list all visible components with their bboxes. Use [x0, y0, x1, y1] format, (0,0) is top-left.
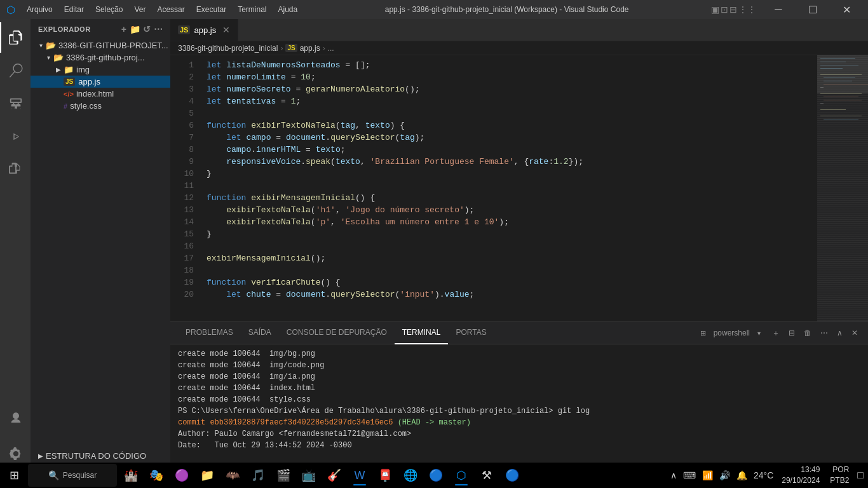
- menu-selecao[interactable]: Seleção: [90, 4, 128, 15]
- menu-ver[interactable]: Ver: [129, 4, 151, 15]
- img-label: img: [76, 65, 90, 74]
- tab-appjs[interactable]: JS app.js ✕: [170, 19, 238, 41]
- taskbar-app-word[interactable]: W: [348, 464, 371, 487]
- sidebar-title-label: EXPLORADOR: [38, 25, 91, 33]
- code-content[interactable]: let listaDeNumerosSorteados = []; let nu…: [199, 55, 817, 322]
- menu-ajuda[interactable]: Ajuda: [273, 4, 303, 15]
- svg-rect-4: [820, 74, 862, 75]
- tree-item-appjs[interactable]: JS app.js: [31, 76, 170, 88]
- taskbar-hammer[interactable]: ⚒: [475, 464, 498, 487]
- split-terminal-icon[interactable]: ⊟: [786, 327, 797, 339]
- taskbar-app-castle[interactable]: 🏰: [119, 464, 142, 487]
- tab-output[interactable]: SAÍDA: [241, 322, 279, 344]
- taskbar-vscode[interactable]: ⬡: [450, 464, 473, 487]
- tree-item-stylecss[interactable]: # style.css: [31, 100, 170, 112]
- breadcrumb-folder[interactable]: 3386-git-github-projeto_inicial: [178, 44, 278, 53]
- new-folder-icon[interactable]: 📁: [130, 24, 141, 34]
- language-display[interactable]: POR PTB2: [826, 463, 853, 487]
- taskbar-app-video[interactable]: 🎬: [272, 464, 295, 487]
- activity-run[interactable]: [0, 121, 31, 152]
- taskbar-app-edge[interactable]: 🌐: [399, 464, 422, 487]
- titlebar: ⬡ Arquivo Editar Seleção Ver Acessar Exe…: [0, 0, 868, 19]
- taskbar-app-music[interactable]: 🎵: [247, 464, 269, 487]
- taskbar-app-guitar[interactable]: 🎸: [323, 464, 346, 487]
- taskbar-app-tv[interactable]: 📺: [297, 464, 320, 487]
- taskbar-app-outlook[interactable]: 📮: [374, 464, 397, 487]
- terminal-more-icon[interactable]: ⋯: [818, 327, 831, 339]
- terminal-close-icon[interactable]: ✕: [849, 327, 860, 339]
- taskbar-app-fb[interactable]: 🔵: [424, 464, 447, 487]
- search-button[interactable]: 🔍 Pesquisar: [28, 464, 117, 487]
- breadcrumb-sep2: ›: [323, 44, 325, 53]
- menu-terminal[interactable]: Terminal: [233, 4, 271, 15]
- taskbar-app-theater[interactable]: 🎭: [145, 464, 168, 487]
- svg-rect-5: [824, 78, 855, 78]
- activity-extensions[interactable]: [0, 154, 31, 185]
- terminal-chevron-icon[interactable]: ∧: [834, 327, 845, 339]
- tab-close-icon[interactable]: ✕: [222, 25, 230, 35]
- kill-terminal-icon[interactable]: 🗑: [801, 327, 814, 339]
- layout4-icon[interactable]: ⋮⋮: [738, 4, 756, 15]
- folder-icon: 📂: [46, 41, 56, 50]
- terminal-content[interactable]: create mode 100644 img/bg.png create mod…: [170, 344, 868, 474]
- minimize-button[interactable]: ─: [764, 0, 793, 19]
- svg-rect-1: [820, 62, 846, 62]
- taskbar-app-purple[interactable]: 🟣: [170, 464, 193, 487]
- show-hidden-tray[interactable]: ∧: [668, 469, 679, 482]
- svg-rect-11: [824, 100, 862, 100]
- vscode-logo-icon: ⬡: [6, 4, 15, 16]
- stylecss-label: style.css: [70, 101, 102, 111]
- refresh-icon[interactable]: ↺: [143, 24, 151, 34]
- term-author: Author: Paulo Camargo <fernandesmetal721…: [178, 428, 860, 440]
- close-button[interactable]: ✕: [832, 0, 862, 19]
- activity-search[interactable]: [0, 55, 31, 86]
- menu-executar[interactable]: Executar: [191, 4, 231, 15]
- taskbar-app-folder[interactable]: 📁: [196, 464, 219, 487]
- tab-ports[interactable]: PORTAS: [448, 322, 494, 344]
- clock[interactable]: 13:49 29/10/2024: [778, 463, 824, 487]
- code-editor[interactable]: 12345 678910 1112131415 1617181920 let l…: [170, 55, 868, 322]
- tree-root-folder[interactable]: ▾ 📂 3386-GIT-GITHUB-PROJET...: [31, 39, 170, 51]
- tree-sub-folder[interactable]: ▾ 📂 3386-git-github-proj...: [31, 51, 170, 64]
- tab-debug-console[interactable]: CONSOLE DE DEPURAÇÃO: [279, 322, 395, 344]
- terminal-actions: ⊞ powershell ▾ ＋ ⊟ 🗑 ⋯ ∧ ✕: [695, 326, 860, 340]
- network-icon[interactable]: 📶: [700, 469, 715, 482]
- notification-icon[interactable]: 🔔: [735, 469, 749, 482]
- notifications-bell[interactable]: □: [855, 468, 865, 482]
- menu-editar[interactable]: Editar: [59, 4, 89, 15]
- indexhtml-label: index.html: [76, 89, 114, 98]
- tree-item-indexhtml[interactable]: </> index.html: [31, 88, 170, 100]
- sub-arrow-icon: ▾: [43, 54, 53, 61]
- tab-terminal[interactable]: TERMINAL: [395, 322, 449, 344]
- sub-folder-label: 3386-git-github-proj...: [66, 53, 145, 62]
- collapse-icon[interactable]: ⋯: [154, 24, 163, 34]
- menu-acessar[interactable]: Acessar: [152, 4, 189, 15]
- structure-section[interactable]: ▶ ESTRUTURA DO CÓDIGO: [31, 450, 170, 462]
- breadcrumb-file[interactable]: app.js: [300, 44, 320, 53]
- start-button[interactable]: ⊞: [3, 464, 25, 487]
- taskbar-chrome[interactable]: 🔵: [501, 464, 524, 487]
- maximize-button[interactable]: ☐: [798, 0, 827, 19]
- activity-source-control[interactable]: [0, 88, 31, 119]
- layout3-icon[interactable]: ⊟: [729, 4, 737, 15]
- breadcrumb-dots[interactable]: ...: [328, 44, 334, 53]
- menu-arquivo[interactable]: Arquivo: [22, 4, 58, 15]
- tab-problems[interactable]: PROBLEMAS: [178, 322, 241, 344]
- layout2-icon[interactable]: ⊡: [721, 4, 728, 15]
- shell-dropdown-icon[interactable]: ▾: [755, 329, 763, 338]
- keyboard-icon[interactable]: ⌨: [681, 469, 698, 482]
- svg-rect-6: [824, 81, 852, 81]
- term-date: Date: Tue Oct 29 13:44:52 2024 -0300: [178, 440, 860, 451]
- titlebar-left: ⬡ Arquivo Editar Seleção Ver Acessar Exe…: [6, 4, 302, 16]
- breadcrumb-js-icon: JS: [285, 44, 297, 52]
- add-terminal-icon[interactable]: ＋: [770, 327, 782, 340]
- new-file-icon[interactable]: +: [121, 24, 127, 34]
- tree-item-img[interactable]: ▶ 📁 img: [31, 64, 170, 76]
- taskbar-app-bat[interactable]: 🦇: [221, 464, 244, 487]
- volume-icon[interactable]: 🔊: [717, 469, 732, 482]
- activity-account[interactable]: [0, 403, 31, 433]
- layout-icon[interactable]: ▣: [711, 4, 719, 15]
- structure-label: ESTRUTURA DO CÓDIGO: [46, 451, 146, 461]
- activity-explorer[interactable]: [0, 22, 31, 53]
- term-line: create mode 100644 img/code.png: [178, 360, 860, 371]
